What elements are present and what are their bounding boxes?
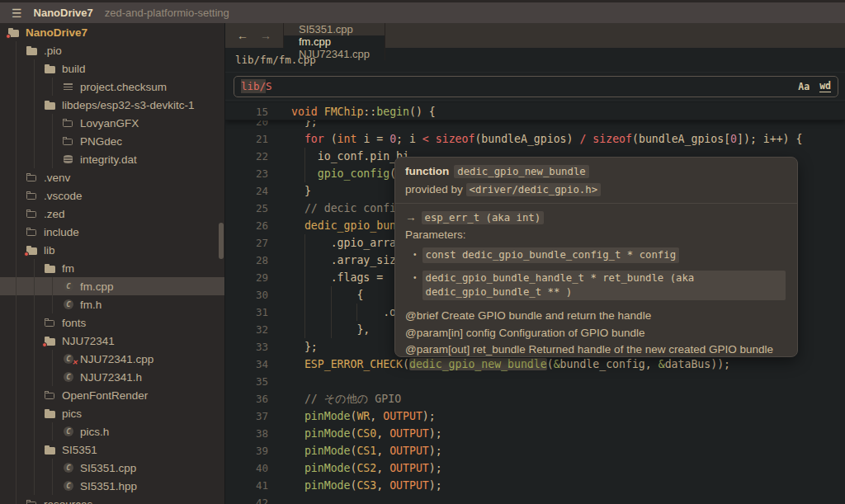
forward-icon[interactable]: →	[260, 29, 271, 42]
tree-item-label: libdeps/esp32-s3-devkitc-1	[62, 99, 195, 111]
search-input[interactable]: lib/S Aa wd	[234, 76, 838, 97]
tree-item-nanodrive7[interactable]: NanoDrive7	[0, 23, 224, 41]
line-number: 29	[225, 269, 268, 286]
tree-indent-guide	[16, 459, 17, 477]
include-path: <driver/dedic_gpio.h>	[466, 183, 601, 196]
tree-item--vscode[interactable]: .vscode	[0, 186, 224, 205]
tree-item-nju72341[interactable]: NJU72341	[0, 332, 224, 350]
code-token: () {	[409, 106, 436, 118]
line-number: 36	[225, 390, 268, 407]
tree-indent-guide	[34, 477, 35, 495]
tree-item-openfontrender[interactable]: OpenFontRender	[0, 386, 224, 404]
folder-closed-icon	[26, 172, 38, 182]
tree-indent-guide	[16, 332, 17, 350]
hover-doc-title: functiondedic_gpio_new_bundle	[405, 165, 787, 177]
tree-item-lovyangfx[interactable]: LovyanGFX	[0, 114, 224, 132]
folder-open-icon	[45, 445, 56, 455]
line-number: 34	[225, 356, 268, 373]
tree-item--zed[interactable]: .zed	[0, 205, 224, 223]
code-token	[291, 462, 304, 474]
tree-item--pio[interactable]: .pio	[0, 41, 224, 59]
whole-word-toggle[interactable]: wd	[819, 80, 831, 92]
titlebar-project-name[interactable]: NanoDrive7	[34, 7, 93, 19]
tree-item-lib[interactable]: lib	[0, 241, 224, 259]
code-line-text: pinMode(CS1, OUTPUT);	[268, 442, 845, 459]
back-icon[interactable]: ←	[237, 29, 248, 42]
tree-indent-guide	[16, 313, 17, 332]
tree-item-fm-h[interactable]: Cfm.h	[0, 295, 224, 313]
folder-closed-icon	[45, 390, 56, 400]
tab-si5351-cpp[interactable]: SI5351.cpp	[284, 23, 385, 35]
code-token: 0	[730, 133, 737, 145]
folder-open-icon	[45, 64, 56, 73]
tree-item-si5351-cpp[interactable]: CSI5351.cpp	[0, 459, 224, 477]
tree-item-si5351[interactable]: SI5351	[0, 440, 224, 459]
code-line-21: 21 for (int i = 0; i < sizeof(bundleA_gp…	[225, 130, 845, 148]
tab-bar: ← → SI5351.cppfm.cppNJU72341.cpp	[225, 23, 845, 48]
tree-item-si5351-hpp[interactable]: CSI5351.hpp	[0, 477, 224, 495]
doc-comment-line: @brief Create GPIO bundle and return the…	[405, 308, 787, 325]
code-line-39: 39 pinMode(CS1, OUTPUT);	[225, 442, 845, 459]
cpp-file-icon: C	[63, 299, 74, 309]
tabs: SI5351.cppfm.cppNJU72341.cpp	[284, 23, 385, 48]
tree-item-fonts[interactable]: fonts	[0, 313, 224, 332]
case-sensitive-toggle[interactable]: Aa	[798, 81, 810, 92]
tree-indent-guide	[34, 295, 35, 313]
tree-item-nju72341-cpp[interactable]: C✕NJU72341.cpp	[0, 350, 224, 368]
parameters-list: •const dedic_gpio_bundle_config_t * conf…	[405, 247, 787, 300]
tree-indent-guide	[16, 59, 17, 78]
indent-guide	[304, 286, 305, 304]
tree-item-libdeps-esp32-s3-devkitc-1[interactable]: libdeps/esp32-s3-devkitc-1	[0, 96, 224, 114]
tree-indent-guide	[16, 277, 17, 295]
folder-closed-icon	[45, 318, 56, 327]
code-token	[291, 133, 304, 145]
code-token: WR	[356, 410, 370, 422]
tree-item-fm-cpp[interactable]: Cfm.cpp	[0, 277, 224, 295]
tree-item-include[interactable]: include	[0, 223, 224, 241]
tree-item-pics-h[interactable]: Cpics.h	[0, 422, 224, 440]
line-number: 23	[225, 165, 268, 182]
cpp-file-icon: C	[63, 463, 74, 473]
tree-indent-guide	[34, 277, 35, 295]
tree-indent-guide	[34, 386, 35, 404]
tree-item-fm[interactable]: fm	[0, 259, 224, 277]
cpp-file-icon: C	[63, 481, 74, 491]
search-options: Aa wd	[798, 80, 831, 92]
code-line-text: // その他の GPIO	[268, 390, 845, 407]
tree-item-project-checksum[interactable]: project.checksum	[0, 78, 224, 96]
tree-indent-guide	[52, 368, 53, 386]
code-token: ESP_ERROR_CHECK	[304, 358, 403, 370]
breadcrumb[interactable]: lib/fm/fm.cpp	[225, 48, 845, 73]
tab-fm-cpp[interactable]: fm.cpp	[284, 35, 385, 48]
tree-item-resources[interactable]: resources	[0, 495, 224, 504]
hover-doc-provided-by: provided by <driver/dedic_gpio.h>	[405, 183, 787, 195]
titlebar-branch-name[interactable]: zed-and-platformio-setting	[105, 7, 229, 19]
tree-indent-guide	[34, 259, 35, 277]
tree-item-integrity-dat[interactable]: integrity.dat	[0, 150, 224, 168]
line-number: 38	[225, 425, 268, 442]
code-token: pinMode	[304, 410, 351, 422]
tree-item-pics[interactable]: pics	[0, 404, 224, 422]
indent-guide	[304, 304, 305, 321]
hamburger-menu-icon[interactable]: ☰	[12, 7, 22, 20]
code-token: );	[429, 427, 442, 440]
code-token: &	[554, 358, 560, 370]
folder-closed-icon	[63, 136, 74, 146]
tree-item--venv[interactable]: .venv	[0, 168, 224, 186]
tree-indent-guide	[16, 78, 17, 96]
code-token: (	[403, 358, 409, 370]
project-panel-scrollbar-thumb[interactable]	[219, 223, 224, 259]
tree-item-nju72341-h[interactable]: CNJU72341.h	[0, 368, 224, 386]
tree-indent-guide	[16, 186, 17, 205]
line-number: 24	[225, 182, 268, 200]
line-number: 21	[225, 130, 268, 148]
indent-guide	[304, 234, 305, 252]
line-number: 42	[225, 494, 268, 504]
tree-item-pngdec[interactable]: PNGdec	[0, 132, 224, 150]
tree-item-build[interactable]: build	[0, 59, 224, 78]
tree-item-label: .pio	[44, 45, 62, 57]
tree-indent-guide	[16, 368, 17, 386]
tree-item-label: NJU72341	[62, 335, 115, 347]
code-line-text: pinMode(CS3, OUTPUT);	[268, 477, 845, 494]
line-number: 27	[225, 234, 268, 252]
